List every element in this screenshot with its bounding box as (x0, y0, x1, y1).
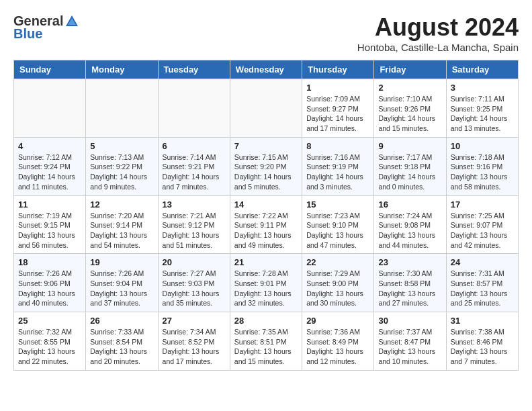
day-number: 22 (306, 257, 369, 267)
day-number: 26 (90, 316, 153, 326)
location-subtitle: Hontoba, Castille-La Mancha, Spain (357, 42, 519, 53)
day-number: 3 (451, 83, 514, 93)
day-number: 10 (451, 141, 514, 151)
day-info: Sunrise: 7:23 AMSunset: 9:10 PMDaylight:… (306, 211, 369, 250)
calendar-cell: 25Sunrise: 7:32 AMSunset: 8:55 PMDayligh… (14, 312, 86, 371)
day-number: 19 (90, 257, 153, 267)
weekday-header-monday: Monday (86, 60, 158, 79)
day-number: 13 (163, 199, 226, 210)
day-info: Sunrise: 7:20 AMSunset: 9:14 PMDaylight:… (90, 211, 153, 250)
calendar-table: SundayMondayTuesdayWednesdayThursdayFrid… (13, 60, 519, 371)
day-number: 11 (18, 199, 81, 210)
calendar-cell: 21Sunrise: 7:28 AMSunset: 9:01 PMDayligh… (230, 254, 302, 312)
day-info: Sunrise: 7:37 AMSunset: 8:47 PMDaylight:… (378, 327, 441, 367)
calendar-cell (86, 79, 158, 138)
day-number: 6 (163, 141, 226, 151)
day-number: 18 (18, 257, 81, 267)
calendar-cell: 22Sunrise: 7:29 AMSunset: 9:00 PMDayligh… (302, 254, 374, 312)
day-number: 2 (378, 83, 441, 93)
day-info: Sunrise: 7:28 AMSunset: 9:01 PMDaylight:… (234, 269, 298, 308)
title-area: August 2024 Hontoba, Castille-La Mancha,… (357, 13, 519, 53)
day-info: Sunrise: 7:29 AMSunset: 9:00 PMDaylight:… (306, 269, 369, 308)
weekday-header-tuesday: Tuesday (158, 60, 230, 79)
month-year-title: August 2024 (357, 13, 519, 42)
calendar-cell: 5Sunrise: 7:13 AMSunset: 9:22 PMDaylight… (86, 137, 158, 195)
day-number: 20 (163, 257, 226, 267)
day-info: Sunrise: 7:30 AMSunset: 8:58 PMDaylight:… (378, 269, 441, 308)
day-info: Sunrise: 7:25 AMSunset: 9:07 PMDaylight:… (451, 211, 514, 250)
calendar-cell: 26Sunrise: 7:33 AMSunset: 8:54 PMDayligh… (86, 312, 158, 371)
day-number: 5 (90, 141, 153, 151)
day-number: 28 (234, 316, 298, 326)
calendar-cell: 23Sunrise: 7:30 AMSunset: 8:58 PMDayligh… (374, 254, 446, 312)
day-number: 25 (18, 316, 81, 326)
calendar-cell: 7Sunrise: 7:15 AMSunset: 9:20 PMDaylight… (230, 137, 302, 195)
weekday-header-sunday: Sunday (14, 60, 86, 79)
calendar-week-5: 25Sunrise: 7:32 AMSunset: 8:55 PMDayligh… (14, 312, 519, 371)
page-header: General Blue August 2024 Hontoba, Castil… (13, 13, 519, 53)
calendar-cell: 29Sunrise: 7:36 AMSunset: 8:49 PMDayligh… (302, 312, 374, 371)
day-number: 14 (234, 199, 298, 210)
day-info: Sunrise: 7:35 AMSunset: 8:51 PMDaylight:… (234, 327, 298, 367)
day-number: 30 (378, 316, 441, 326)
day-number: 4 (18, 141, 81, 151)
day-info: Sunrise: 7:34 AMSunset: 8:52 PMDaylight:… (163, 327, 226, 367)
calendar-cell: 11Sunrise: 7:19 AMSunset: 9:15 PMDayligh… (14, 195, 86, 254)
calendar-cell: 15Sunrise: 7:23 AMSunset: 9:10 PMDayligh… (302, 195, 374, 254)
calendar-cell: 27Sunrise: 7:34 AMSunset: 8:52 PMDayligh… (158, 312, 230, 371)
weekday-header-wednesday: Wednesday (230, 60, 302, 79)
day-info: Sunrise: 7:09 AMSunset: 9:27 PMDaylight:… (306, 94, 369, 134)
day-number: 1 (306, 83, 369, 93)
weekday-header-thursday: Thursday (302, 60, 374, 79)
calendar-cell: 31Sunrise: 7:38 AMSunset: 8:46 PMDayligh… (446, 312, 518, 371)
day-info: Sunrise: 7:12 AMSunset: 9:24 PMDaylight:… (18, 152, 81, 192)
day-number: 21 (234, 257, 298, 267)
day-info: Sunrise: 7:38 AMSunset: 8:46 PMDaylight:… (451, 327, 514, 367)
day-info: Sunrise: 7:32 AMSunset: 8:55 PMDaylight:… (18, 327, 81, 367)
day-info: Sunrise: 7:27 AMSunset: 9:03 PMDaylight:… (163, 269, 226, 308)
logo-icon (64, 14, 79, 29)
calendar-week-4: 18Sunrise: 7:26 AMSunset: 9:06 PMDayligh… (14, 254, 519, 312)
calendar-cell (230, 79, 302, 138)
calendar-cell (158, 79, 230, 138)
calendar-cell: 28Sunrise: 7:35 AMSunset: 8:51 PMDayligh… (230, 312, 302, 371)
calendar-cell: 6Sunrise: 7:14 AMSunset: 9:21 PMDaylight… (158, 137, 230, 195)
calendar-cell: 19Sunrise: 7:26 AMSunset: 9:04 PMDayligh… (86, 254, 158, 312)
day-info: Sunrise: 7:26 AMSunset: 9:06 PMDaylight:… (18, 269, 81, 308)
calendar-week-3: 11Sunrise: 7:19 AMSunset: 9:15 PMDayligh… (14, 195, 519, 254)
calendar-cell: 4Sunrise: 7:12 AMSunset: 9:24 PMDaylight… (14, 137, 86, 195)
calendar-cell: 9Sunrise: 7:17 AMSunset: 9:18 PMDaylight… (374, 137, 446, 195)
day-info: Sunrise: 7:13 AMSunset: 9:22 PMDaylight:… (90, 152, 153, 192)
calendar-cell: 13Sunrise: 7:21 AMSunset: 9:12 PMDayligh… (158, 195, 230, 254)
day-number: 7 (234, 141, 298, 151)
calendar-week-2: 4Sunrise: 7:12 AMSunset: 9:24 PMDaylight… (14, 137, 519, 195)
day-number: 15 (306, 199, 369, 210)
day-number: 8 (306, 141, 369, 151)
day-info: Sunrise: 7:14 AMSunset: 9:21 PMDaylight:… (163, 152, 226, 192)
calendar-cell: 12Sunrise: 7:20 AMSunset: 9:14 PMDayligh… (86, 195, 158, 254)
calendar-week-1: 1Sunrise: 7:09 AMSunset: 9:27 PMDaylight… (14, 79, 519, 138)
calendar-cell: 1Sunrise: 7:09 AMSunset: 9:27 PMDaylight… (302, 79, 374, 138)
calendar-cell: 16Sunrise: 7:24 AMSunset: 9:08 PMDayligh… (374, 195, 446, 254)
day-info: Sunrise: 7:15 AMSunset: 9:20 PMDaylight:… (234, 152, 298, 192)
day-info: Sunrise: 7:31 AMSunset: 8:57 PMDaylight:… (451, 269, 514, 308)
day-info: Sunrise: 7:18 AMSunset: 9:16 PMDaylight:… (451, 152, 514, 192)
day-info: Sunrise: 7:36 AMSunset: 8:49 PMDaylight:… (306, 327, 369, 367)
day-number: 29 (306, 316, 369, 326)
day-info: Sunrise: 7:22 AMSunset: 9:11 PMDaylight:… (234, 211, 298, 250)
day-number: 23 (378, 257, 441, 267)
calendar-cell: 8Sunrise: 7:16 AMSunset: 9:19 PMDaylight… (302, 137, 374, 195)
day-info: Sunrise: 7:11 AMSunset: 9:25 PMDaylight:… (451, 94, 514, 134)
calendar-cell: 3Sunrise: 7:11 AMSunset: 9:25 PMDaylight… (446, 79, 518, 138)
calendar-cell: 10Sunrise: 7:18 AMSunset: 9:16 PMDayligh… (446, 137, 518, 195)
weekday-header-friday: Friday (374, 60, 446, 79)
day-info: Sunrise: 7:21 AMSunset: 9:12 PMDaylight:… (163, 211, 226, 250)
day-info: Sunrise: 7:17 AMSunset: 9:18 PMDaylight:… (378, 152, 441, 192)
day-number: 12 (90, 199, 153, 210)
calendar-cell: 20Sunrise: 7:27 AMSunset: 9:03 PMDayligh… (158, 254, 230, 312)
day-number: 27 (163, 316, 226, 326)
calendar-cell: 18Sunrise: 7:26 AMSunset: 9:06 PMDayligh… (14, 254, 86, 312)
calendar-cell: 14Sunrise: 7:22 AMSunset: 9:11 PMDayligh… (230, 195, 302, 254)
day-number: 17 (451, 199, 514, 210)
day-number: 16 (378, 199, 441, 210)
